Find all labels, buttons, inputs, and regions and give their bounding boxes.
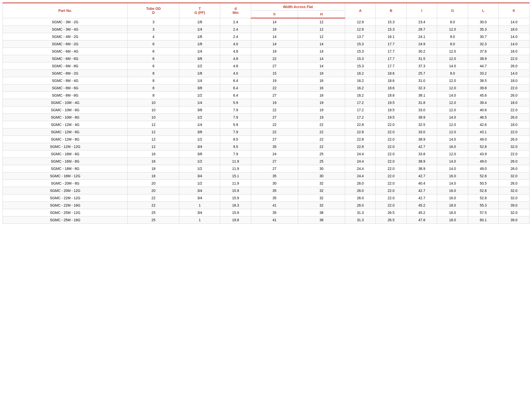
cell-A: 26.0 (345, 202, 376, 209)
table-row: SGMC - 6M - 8G61/24.8271415.317.737.314.… (3, 62, 529, 70)
cell-I: 45.2 (406, 209, 437, 216)
cell-K: 22.0 (499, 84, 529, 92)
cell-L: 52.8 (468, 187, 499, 194)
cell-D: 25 (128, 216, 179, 224)
cell-I1: 12.0 (437, 121, 468, 128)
cell-H: 22 (298, 121, 345, 128)
table-row: SGMC - 6M - 6G63/84.8221415.317.731.512.… (3, 55, 529, 62)
cell-partno: SGMC - 8M - 6G (3, 84, 128, 92)
cell-H: 12 (298, 33, 345, 40)
cell-L: 57.5 (468, 209, 499, 216)
cell-D: 8 (128, 70, 179, 77)
cell-d: 6.4 (220, 77, 251, 84)
table-row: SGMC - 22M - 12G223/415.9353226.022.042.… (3, 194, 529, 202)
cell-I1: 12.0 (437, 128, 468, 136)
cell-B: 18.6 (376, 92, 407, 99)
cell-B: 22.0 (376, 150, 407, 158)
cell-K: 26.0 (499, 114, 529, 121)
cell-A: 15.3 (345, 40, 376, 48)
cell-B: 15.3 (376, 18, 407, 26)
cell-partno: SGMC - 8M - 8G (3, 92, 128, 99)
cell-T: 1/4 (179, 99, 220, 106)
cell-h: 22 (251, 55, 298, 62)
cell-h: 15 (251, 70, 298, 77)
cell-A: 15.3 (345, 48, 376, 55)
cell-H: 32 (298, 187, 345, 194)
table-row: SGMC - 18M - 12G183/415.1353024.422.042.… (3, 172, 529, 180)
cell-L: 46.5 (468, 114, 499, 121)
cell-T: 1/4 (179, 121, 220, 128)
cell-h: 27 (251, 165, 298, 172)
cell-I: 25.7 (406, 70, 437, 77)
cell-D: 3 (128, 26, 179, 33)
cell-B: 15.3 (376, 26, 407, 33)
cell-D: 8 (128, 84, 179, 92)
cell-K: 39.0 (499, 202, 529, 209)
cell-B: 22.0 (376, 187, 407, 194)
cell-B: 17.7 (376, 40, 407, 48)
table-row: SGMC - 8M - 6G83/86.4221616.218.632.312.… (3, 84, 529, 92)
cell-A: 16.2 (345, 77, 376, 84)
cell-D: 6 (128, 62, 179, 70)
table-row: SGMC - 8M - 4G81/46.4191616.218.631.012.… (3, 77, 529, 84)
cell-K: 39.0 (499, 216, 529, 224)
cell-I1: 8.0 (437, 40, 468, 48)
cell-K: 26.0 (499, 62, 529, 70)
cell-partno: SGMC - 20M - 12G (3, 187, 128, 194)
cell-K: 18.0 (499, 26, 529, 33)
cell-T: 3/4 (179, 187, 220, 194)
cell-T: 1/4 (179, 77, 220, 84)
cell-H: 32 (298, 180, 345, 187)
cell-T: 1/2 (179, 92, 220, 99)
table-row: SGMC - 20M - 8G201/211.9303226.022.040.4… (3, 180, 529, 187)
cell-I: 42.7 (406, 143, 437, 150)
cell-D: 18 (128, 172, 179, 180)
cell-T: 1 (179, 202, 220, 209)
cell-B: 22.0 (376, 121, 407, 128)
cell-I: 33.0 (406, 106, 437, 114)
cell-partno: SGMC - 25M - 16G (3, 216, 128, 224)
cell-A: 15.3 (345, 62, 376, 70)
cell-T: 1/2 (179, 158, 220, 165)
cell-I: 31.5 (406, 55, 437, 62)
cell-D: 16 (128, 158, 179, 165)
cell-I1: 14.0 (437, 158, 468, 165)
cell-A: 12.9 (345, 18, 376, 26)
cell-d: 4.0 (220, 40, 251, 48)
table-row: SGMC - 10M - 4G101/45.9191917.219.531.81… (3, 99, 529, 106)
cell-T: 3/4 (179, 172, 220, 180)
cell-D: 6 (128, 55, 179, 62)
cell-d: 2.4 (220, 26, 251, 33)
cell-I: 32.3 (406, 84, 437, 92)
cell-B: 17.7 (376, 62, 407, 70)
cell-h: 35 (251, 143, 298, 150)
cell-K: 32.0 (499, 194, 529, 202)
col-header-L: L (468, 3, 499, 18)
cell-T: 1/2 (179, 136, 220, 143)
cell-T: 1 (179, 216, 220, 224)
cell-d: 4.8 (220, 55, 251, 62)
cell-L: 44.7 (468, 62, 499, 70)
col-header-K: K (499, 3, 529, 18)
cell-K: 32.0 (499, 143, 529, 150)
cell-A: 13.7 (345, 33, 376, 40)
cell-d: 2.4 (220, 33, 251, 40)
cell-h: 19 (251, 48, 298, 55)
cell-D: 10 (128, 114, 179, 121)
cell-H: 19 (298, 99, 345, 106)
col-header-A: A (345, 3, 376, 18)
cell-d: 9.5 (220, 136, 251, 143)
cell-partno: SGMC - 10M - 4G (3, 99, 128, 106)
cell-d: 11.9 (220, 180, 251, 187)
cell-L: 45.6 (468, 92, 499, 99)
cell-K: 26.0 (499, 165, 529, 172)
cell-partno: SGMC - 12M - 8G (3, 136, 128, 143)
cell-h: 14 (251, 40, 298, 48)
cell-I: 31.0 (406, 77, 437, 84)
table-row: SGMC - 12M - 6G123/87.9222222.822.033.01… (3, 128, 529, 136)
cell-d: 7.9 (220, 128, 251, 136)
cell-A: 16.2 (345, 84, 376, 92)
cell-H: 22 (298, 143, 345, 150)
cell-h: 27 (251, 92, 298, 99)
cell-L: 39.8 (468, 84, 499, 92)
